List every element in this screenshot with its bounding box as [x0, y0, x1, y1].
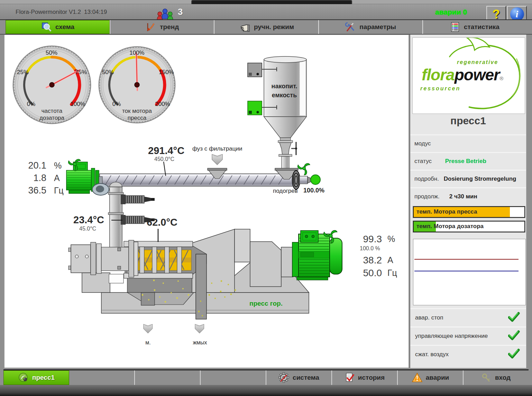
- dosing-current-value: 1.8: [17, 173, 46, 183]
- keys-icon: [481, 372, 492, 383]
- tab-manual-mode[interactable]: ручн. режим: [214, 20, 318, 34]
- schema-icon: [41, 22, 52, 32]
- bottom-label: вход: [495, 374, 511, 381]
- outlet-left-label: м.: [145, 340, 150, 346]
- heating-value: 100.0%: [303, 187, 324, 194]
- info-row-duration: продолж. 2 ч30 мин: [410, 187, 526, 205]
- filtration-feed-label: фуз с фильтрации: [192, 145, 242, 152]
- tab-statistics[interactable]: статистика: [422, 20, 526, 34]
- tools-icon: [345, 21, 356, 33]
- info-row-status: статус Presse Betrieb: [410, 152, 526, 169]
- tab-trend[interactable]: тренд: [110, 20, 214, 34]
- bottom-label: история: [358, 374, 385, 381]
- press-current-unit: A: [387, 255, 393, 265]
- statistics-icon: [450, 22, 460, 32]
- logo-wordmark: florapower®: [422, 65, 503, 84]
- bottom-button-empty-1[interactable]: [69, 370, 135, 385]
- g1-tick-75: 75%: [75, 69, 87, 76]
- heating-label: подогрев: [273, 188, 298, 195]
- bottom-label: аварии: [426, 374, 449, 381]
- press-status-label: пресс гор.: [249, 300, 283, 307]
- clock: 13:04:19: [84, 9, 107, 16]
- tab-label: параметры: [359, 23, 396, 31]
- g1-tick-25: 25%: [17, 69, 29, 76]
- press-title: пресс1: [410, 115, 526, 127]
- bottom-button-empty-2[interactable]: [135, 370, 201, 385]
- background-window-edge: [191, 0, 352, 4]
- hmi-screen: Flora-Powermonitor V1.2 13:04:19 3 авари…: [0, 0, 532, 396]
- g2-caption-1: ток мотора: [122, 108, 152, 115]
- press-frequency-unit: Гц: [387, 268, 397, 278]
- side-panel: regenerative florapower® ressourcen прес…: [410, 35, 526, 368]
- check-icon: [508, 312, 520, 322]
- check-icon: [508, 349, 520, 359]
- bottom-label: система: [293, 374, 319, 381]
- g2-tick-100: 100%: [129, 50, 144, 56]
- dosing-current-unit: A: [54, 173, 60, 183]
- info-row-details: подробн. Dosierung Stromregelung: [410, 170, 526, 187]
- status-compressed-air: сжат. воздух: [410, 345, 526, 362]
- leaf-icon: [18, 372, 29, 383]
- trend-line-red: [414, 259, 519, 260]
- g2-tick-150: 150%: [159, 69, 174, 76]
- g2-caption-2: пресса: [128, 115, 147, 122]
- g1-tick-50: 50%: [46, 50, 57, 56]
- tab-parameters[interactable]: параметры: [318, 20, 422, 34]
- logo-tagline-top: regenerative: [457, 59, 498, 65]
- trend-line-blue: [414, 271, 519, 271]
- g2-tick-50: 50%: [102, 69, 114, 76]
- g1-tick-100: 100%: [70, 101, 85, 108]
- g2-tick-0: 0%: [112, 101, 121, 108]
- bottom-button-system[interactable]: система: [266, 370, 332, 385]
- press-motor-temp-bar: темп. Мотора пресса: [413, 206, 525, 218]
- press-speed-value: 99.3: [352, 234, 382, 245]
- press-frequency-value: 50.0: [352, 268, 382, 279]
- hopper-label-1: накопит.: [272, 83, 297, 90]
- inlet-temp-setpoint: 45.0°C: [79, 226, 96, 232]
- info-row-modus: модус: [410, 134, 526, 152]
- bottom-button-history[interactable]: история: [332, 370, 398, 385]
- gear-icon: [278, 372, 290, 383]
- bottom-label: пресс1: [32, 374, 55, 381]
- status-control-voltage: управляющее напряжение: [410, 326, 526, 344]
- press-speed-setpoint: 100.0 %: [360, 245, 380, 252]
- bottom-button-press1[interactable]: пресс1: [3, 370, 69, 385]
- user-count: 3: [178, 7, 183, 17]
- press-temp-actual: 62.0°C: [147, 217, 177, 228]
- title-bar: Flora-Powermonitor V1.2 13:04:19 3 авари…: [0, 4, 532, 19]
- inlet-temp-actual: 23.4°C: [73, 214, 104, 226]
- g1-tick-0: 0%: [27, 101, 36, 108]
- history-doc-icon: [345, 372, 355, 383]
- hopper-label-2: емкость: [272, 92, 297, 99]
- logo-box: regenerative florapower® ressourcen: [412, 37, 525, 114]
- press-current-value: 38.2: [352, 255, 382, 266]
- dosing-speed-unit: %: [54, 161, 62, 171]
- outlet-right-label: жмых: [193, 340, 207, 346]
- bottom-button-alarms[interactable]: аварии: [398, 370, 464, 385]
- bottom-button-login[interactable]: вход: [464, 370, 529, 385]
- g1-caption-2: дозатора: [39, 115, 64, 122]
- press-speed-unit: %: [387, 234, 395, 244]
- tab-label: ручн. режим: [254, 23, 294, 31]
- dosing-frequency-value: 36.5: [17, 185, 46, 196]
- conveyor-temp-actual: 291.4°C: [148, 145, 184, 156]
- alarm-counter: аварии 0: [435, 8, 467, 16]
- tab-bar: схема тренд ручн. режим: [0, 19, 532, 35]
- app-title: Flora-Powermonitor V1.2: [16, 9, 81, 16]
- status-emergency-stop: авар. стоп: [410, 308, 526, 325]
- tab-label: тренд: [160, 23, 179, 31]
- bottom-bar: пресс1 система: [3, 369, 529, 385]
- tab-schema[interactable]: схема: [6, 20, 110, 34]
- process-diagram-canvas: [4, 35, 409, 368]
- logo-tagline-bottom: ressourcen: [420, 86, 460, 92]
- dosing-frequency-unit: Гц: [54, 186, 64, 196]
- g1-caption-1: частота: [42, 108, 63, 115]
- conveyor-temp-setpoint: 450.0°C: [154, 156, 174, 162]
- bottom-button-empty-3[interactable]: [201, 370, 266, 385]
- desktop-strip: [0, 0, 532, 4]
- mini-trend-chart: [413, 239, 526, 305]
- dosing-motor-temp-bar: темп. Мотора дозатора: [413, 221, 525, 232]
- tab-label: статистика: [464, 23, 499, 31]
- screen-bottom-strip: [0, 385, 532, 396]
- tab-label: схема: [55, 23, 74, 31]
